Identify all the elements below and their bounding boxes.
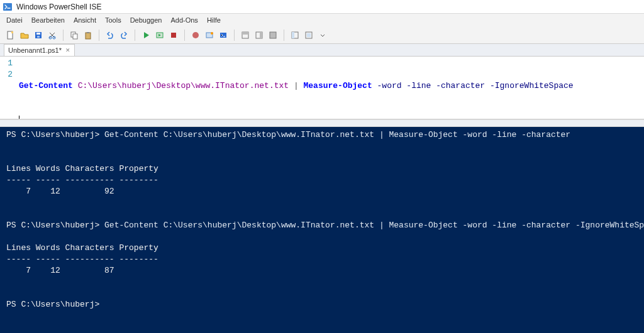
- svg-rect-4: [36, 33, 40, 35]
- gutter-line: 1: [0, 58, 13, 69]
- copy-icon[interactable]: [69, 30, 80, 41]
- editor-gutter: 1 2: [0, 57, 16, 119]
- paste-icon[interactable]: [82, 30, 94, 41]
- run-icon[interactable]: [140, 30, 152, 41]
- app-icon: [3, 2, 13, 12]
- console-pane[interactable]: PS C:\Users\huberj> Get-Content C:\Users…: [0, 127, 644, 333]
- menu-datei[interactable]: Datei: [3, 15, 26, 25]
- svg-rect-26: [307, 33, 311, 37]
- svg-rect-17: [220, 33, 226, 38]
- console-prompt: PS C:\Users\huberj>: [6, 130, 99, 139]
- menu-debuggen[interactable]: Debuggen: [126, 15, 166, 25]
- svg-point-16: [211, 32, 213, 35]
- svg-point-14: [192, 32, 199, 38]
- script-editor[interactable]: 1 2 Get-Content C:\Users\huberj\Desktop\…: [0, 57, 644, 119]
- titlebar: Windows PowerShell ISE: [0, 0, 644, 14]
- svg-rect-0: [3, 3, 12, 11]
- console-prompt: PS C:\Users\huberj>: [6, 300, 99, 309]
- show-script-pane-top-icon[interactable]: [240, 30, 251, 41]
- menu-hilfe[interactable]: Hilfe: [203, 15, 225, 25]
- editor-line-2: [19, 114, 644, 119]
- console-table-underline: ----- ----- ---------- --------: [6, 254, 158, 264]
- menu-addons[interactable]: Add-Ons: [167, 15, 201, 25]
- console-table-underline: ----- ----- ---------- --------: [6, 175, 158, 185]
- svg-rect-2: [11, 31, 13, 33]
- window-title: Windows PowerShell ISE: [16, 3, 101, 11]
- svg-rect-5: [37, 36, 40, 38]
- stop-icon[interactable]: [168, 30, 179, 41]
- editor-horizontal-scrollbar[interactable]: [0, 119, 644, 127]
- cut-icon[interactable]: [47, 30, 58, 41]
- toolbar-overflow-icon[interactable]: [317, 30, 328, 41]
- new-remote-tab-icon[interactable]: [204, 30, 215, 41]
- show-command-addon-icon[interactable]: [289, 30, 301, 41]
- show-script-pane-max-icon[interactable]: [267, 30, 279, 41]
- script-tab-label: Unbenannt1.ps1*: [8, 46, 62, 54]
- svg-rect-11: [87, 32, 89, 33]
- text-caret: [19, 116, 19, 119]
- menubar: Datei Bearbeiten Ansicht Tools Debuggen …: [0, 14, 644, 26]
- svg-rect-22: [270, 32, 276, 38]
- show-command-window-icon[interactable]: [303, 30, 314, 41]
- editor-line-1: Get-Content C:\Users\huberj\Desktop\www.…: [19, 80, 644, 92]
- new-file-icon[interactable]: [5, 30, 16, 41]
- script-tab[interactable]: Unbenannt1.ps1* ✕: [4, 44, 75, 56]
- toolbar: [0, 26, 644, 44]
- svg-rect-9: [73, 34, 77, 39]
- undo-icon[interactable]: [104, 30, 116, 41]
- open-file-icon[interactable]: [19, 30, 30, 41]
- svg-rect-10: [86, 33, 91, 39]
- show-script-pane-right-icon[interactable]: [253, 30, 265, 41]
- menu-ansicht[interactable]: Ansicht: [70, 15, 100, 25]
- console-prompt: PS C:\Users\huberj>: [6, 221, 99, 230]
- svg-rect-19: [242, 32, 248, 35]
- svg-rect-24: [292, 32, 294, 38]
- svg-rect-13: [171, 33, 176, 38]
- svg-rect-21: [260, 32, 262, 38]
- redo-icon[interactable]: [118, 30, 130, 41]
- save-icon[interactable]: [33, 30, 44, 41]
- console-command-2: Get-Content C:\Users\huberj\Desktop\www.…: [99, 221, 644, 230]
- breakpoint-icon[interactable]: [190, 30, 201, 41]
- console-table-row-2: 7 12 87: [6, 266, 114, 275]
- token-cmd: Get-Content: [19, 81, 73, 90]
- gutter-line: 2: [0, 69, 13, 80]
- console-table-header: Lines Words Characters Property: [6, 164, 158, 173]
- token-path: C:\Users\huberj\Desktop\www.ITnator.net.…: [73, 81, 294, 90]
- token-cmd: Measure-Object: [299, 81, 372, 90]
- token-pipe: |: [294, 81, 299, 90]
- close-tab-icon[interactable]: ✕: [65, 47, 70, 53]
- console-table-header: Lines Words Characters Property: [6, 243, 158, 253]
- menu-tools[interactable]: Tools: [101, 15, 125, 25]
- script-tab-row: Unbenannt1.ps1* ✕: [0, 44, 644, 57]
- menu-bearbeiten[interactable]: Bearbeiten: [28, 15, 69, 25]
- console-command-1: Get-Content C:\Users\huberj\Desktop\www.…: [99, 130, 570, 139]
- run-selection-icon[interactable]: [154, 30, 165, 41]
- console-table-row-1: 7 12 92: [6, 187, 114, 196]
- powershell-tab-icon[interactable]: [218, 30, 229, 41]
- editor-lines: Get-Content C:\Users\huberj\Desktop\www.…: [19, 57, 644, 119]
- token-params: -word -line -character -IgnoreWhiteSpace: [372, 81, 574, 90]
